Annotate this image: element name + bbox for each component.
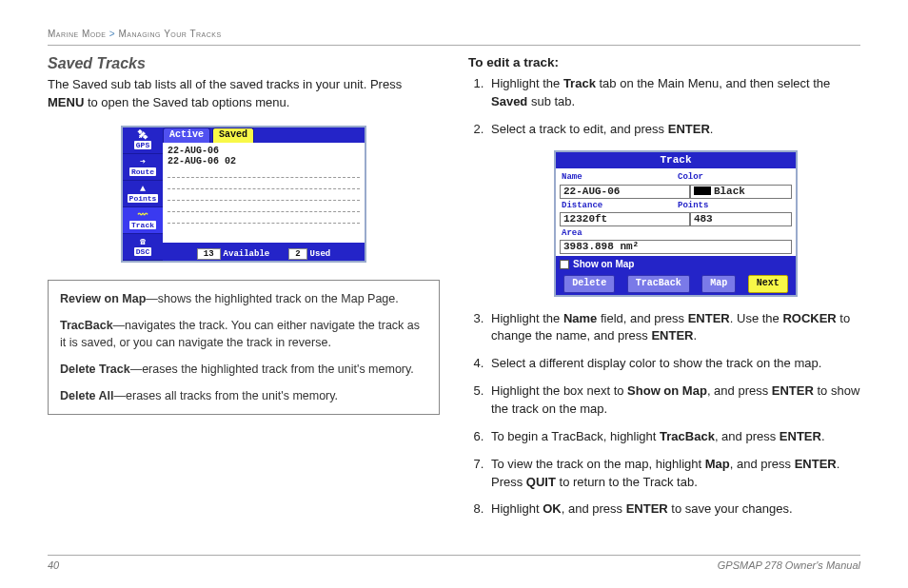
sidebar-tab-points: ▲Points bbox=[123, 181, 163, 207]
device-screenshot-saved-tracks: 🛰GPS ➔Route ▲Points 〰Track ☎DSC Active S… bbox=[121, 126, 366, 263]
opt-delete: Delete Track bbox=[60, 363, 130, 376]
opt-review: Review on Map bbox=[60, 292, 146, 305]
track-icon: 〰 bbox=[136, 210, 149, 220]
procedure-title: To edit a track: bbox=[468, 55, 860, 69]
right-column: To edit a track: Highlight the Track tab… bbox=[468, 55, 860, 528]
list-item: 22-AUG-06 bbox=[168, 146, 360, 156]
checkbox-icon bbox=[560, 260, 569, 269]
header-rule bbox=[48, 45, 860, 46]
page-number: 40 bbox=[48, 559, 59, 571]
breadcrumb: Marine Mode > Managing Your Tracks bbox=[48, 29, 860, 39]
lbl-distance: Distance bbox=[560, 199, 676, 212]
tab-saved: Saved bbox=[212, 127, 254, 143]
sidebar-tab-gps: 🛰GPS bbox=[123, 127, 163, 154]
color-swatch-icon bbox=[694, 186, 711, 195]
btn-delete: Delete bbox=[563, 275, 615, 293]
step-6: To begin a TracBack, highlight TracBack,… bbox=[487, 428, 860, 446]
section-title: Saved Tracks bbox=[48, 55, 440, 72]
track-dialog-buttons: Delete TracBack Map Next bbox=[556, 273, 796, 295]
options-box: Review on Map—shows the highlighted trac… bbox=[48, 280, 440, 416]
lbl-color: Color bbox=[676, 170, 792, 184]
step-3: Highlight the Name field, and press ENTE… bbox=[487, 310, 860, 346]
step-1: Highlight the Track tab on the Main Menu… bbox=[487, 75, 860, 111]
route-icon: ➔ bbox=[136, 157, 149, 167]
field-area: 3983.898 nm² bbox=[560, 240, 792, 254]
device-screenshot-track-edit: Track Name Color 22-AUG-06 Black Distanc… bbox=[554, 150, 798, 297]
btn-next: Next bbox=[748, 275, 788, 293]
procedure-list: Highlight the Track tab on the Main Menu… bbox=[487, 75, 860, 519]
btn-map: Map bbox=[701, 275, 736, 293]
menu-key: MENU bbox=[48, 95, 84, 109]
breadcrumb-sep: > bbox=[109, 29, 115, 39]
sidebar-tab-track: 〰Track bbox=[123, 207, 163, 234]
step-7: To view the track on the map, highlight … bbox=[487, 456, 860, 492]
field-distance: 12320ft bbox=[560, 212, 690, 226]
btn-tracback: TracBack bbox=[627, 275, 690, 293]
step-2: Select a track to edit, and press ENTER.… bbox=[487, 121, 860, 297]
field-points: 483 bbox=[690, 212, 792, 226]
breadcrumb-sub: Managing Your Tracks bbox=[118, 29, 221, 39]
points-icon: ▲ bbox=[136, 184, 149, 193]
step-8: Highlight OK, and press ENTER to save yo… bbox=[487, 500, 860, 519]
sidebar-tab-dsc: ☎DSC bbox=[123, 234, 163, 261]
page-footer: 40 GPSMAP 278 Owner's Manual bbox=[48, 555, 860, 571]
tab-active: Active bbox=[163, 127, 210, 143]
opt-deleteall: Delete All bbox=[60, 389, 114, 402]
left-column: Saved Tracks The Saved sub tab lists all… bbox=[48, 55, 440, 528]
intro-text: The Saved sub tab lists all of the saved… bbox=[48, 76, 440, 112]
list-item: 22-AUG-06 02 bbox=[168, 156, 360, 167]
doc-title: GPSMAP 278 Owner's Manual bbox=[718, 559, 860, 571]
gps-icon: 🛰 bbox=[136, 130, 149, 140]
field-name: 22-AUG-06 bbox=[560, 185, 690, 199]
dsc-icon: ☎ bbox=[136, 237, 149, 246]
device-track-list: 22-AUG-06 22-AUG-06 02 bbox=[163, 143, 365, 243]
device-sidebar: 🛰GPS ➔Route ▲Points 〰Track ☎DSC bbox=[123, 127, 163, 261]
lbl-name: Name bbox=[560, 170, 676, 184]
used-count: 2 bbox=[288, 248, 306, 260]
field-color: Black bbox=[690, 185, 792, 199]
device-tabs: Active Saved bbox=[163, 127, 365, 143]
sidebar-tab-route: ➔Route bbox=[123, 154, 163, 181]
track-dialog-title: Track bbox=[556, 152, 796, 169]
lbl-area: Area bbox=[560, 226, 792, 240]
breadcrumb-section: Marine Mode bbox=[48, 29, 107, 39]
step-5: Highlight the box next to Show on Map, a… bbox=[487, 382, 860, 419]
opt-tracback: TracBack bbox=[60, 319, 113, 332]
available-count: 13 bbox=[197, 248, 221, 260]
device-footer: 13Available 2Used bbox=[163, 243, 365, 261]
step-4: Select a different display color to show… bbox=[487, 355, 860, 373]
lbl-points: Points bbox=[676, 199, 792, 212]
show-on-map-row: Show on Map bbox=[556, 256, 796, 274]
